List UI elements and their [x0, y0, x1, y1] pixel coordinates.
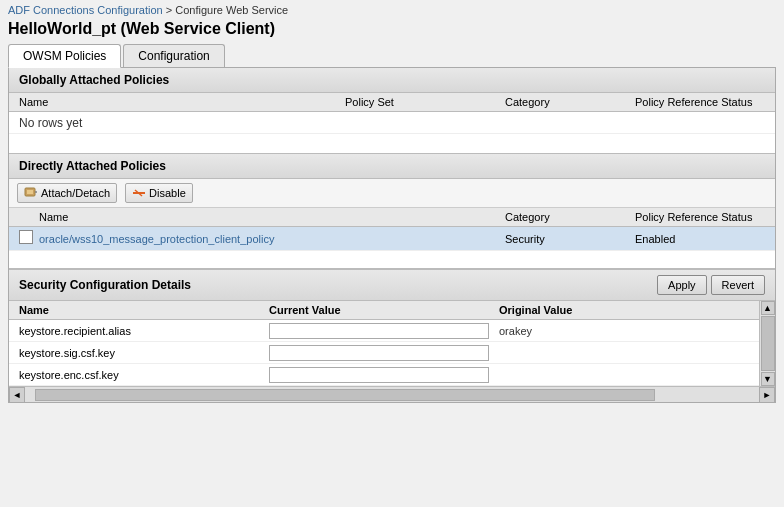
apply-button[interactable]: Apply [657, 275, 707, 295]
attach-detach-button[interactable]: Attach/Detach [17, 183, 117, 203]
row-checkbox[interactable] [19, 230, 33, 244]
hscroll-right-arrow[interactable]: ► [759, 387, 775, 403]
page-title: HelloWorld_pt (Web Service Client) [0, 18, 784, 44]
sec-row: keystore.recipient.alias orakey [9, 320, 759, 342]
scroll-up-arrow[interactable]: ▲ [761, 301, 775, 315]
globally-attached-section-header: Globally Attached Policies [9, 68, 775, 93]
directly-col-check [19, 211, 39, 223]
sec-input-1[interactable] [269, 323, 489, 339]
sec-row-original-1: orakey [499, 325, 749, 337]
horizontal-scrollbar[interactable]: ◄ ► [9, 386, 775, 402]
globally-col-prs: Policy Reference Status [635, 96, 765, 108]
disable-icon [132, 186, 146, 200]
disable-button[interactable]: Disable [125, 183, 193, 203]
policy-category: Security [505, 233, 635, 245]
security-config-title: Security Configuration Details [19, 278, 191, 292]
svg-rect-1 [27, 190, 33, 194]
globally-col-category: Category [505, 96, 635, 108]
directly-col-prs: Policy Reference Status [635, 211, 765, 223]
sec-col-current-header: Current Value [269, 304, 499, 316]
directly-col-category: Category [505, 211, 635, 223]
breadcrumb-separator: > [166, 4, 175, 16]
sec-row-name-3: keystore.enc.csf.key [19, 369, 269, 381]
revert-button[interactable]: Revert [711, 275, 765, 295]
breadcrumb: ADF Connections Configuration > Configur… [0, 0, 784, 18]
sec-row-name-2: keystore.sig.csf.key [19, 347, 269, 359]
sec-row-name-1: keystore.recipient.alias [19, 325, 269, 337]
globally-col-policyset: Policy Set [345, 96, 505, 108]
no-rows-text: No rows yet [19, 116, 82, 130]
attach-icon [24, 186, 38, 200]
breadcrumb-part-2: Configure Web Service [175, 4, 288, 16]
vertical-scrollbar[interactable]: ▲ ▼ [759, 301, 775, 386]
sec-row: keystore.sig.csf.key [9, 342, 759, 364]
directly-col-name: Name [39, 211, 505, 223]
sec-input-3[interactable] [269, 367, 489, 383]
sec-input-2[interactable] [269, 345, 489, 361]
sec-col-name-header: Name [19, 304, 269, 316]
globally-col-name: Name [19, 96, 345, 108]
sec-col-original-header: Original Value [499, 304, 749, 316]
disable-label: Disable [149, 187, 186, 199]
directly-attached-section-header: Directly Attached Policies [9, 154, 775, 179]
hscroll-track [25, 387, 759, 402]
breadcrumb-part-1[interactable]: ADF Connections Configuration [8, 4, 163, 16]
attach-detach-label: Attach/Detach [41, 187, 110, 199]
tab-owsm-policies[interactable]: OWSM Policies [8, 44, 121, 68]
scroll-thumb[interactable] [761, 316, 775, 371]
sec-row: keystore.enc.csf.key [9, 364, 759, 386]
hscroll-thumb[interactable] [35, 389, 655, 401]
table-row[interactable]: oracle/wss10_message_protection_client_p… [9, 227, 775, 251]
policy-name: oracle/wss10_message_protection_client_p… [39, 233, 505, 245]
scroll-down-arrow[interactable]: ▼ [761, 372, 775, 386]
policy-status: Enabled [635, 233, 765, 245]
tab-configuration[interactable]: Configuration [123, 44, 224, 67]
hscroll-left-arrow[interactable]: ◄ [9, 387, 25, 403]
